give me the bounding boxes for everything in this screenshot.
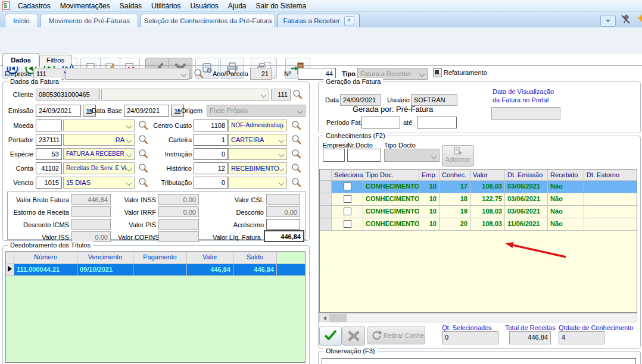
historico-search-icon[interactable]	[291, 163, 302, 174]
desdobramento-grid[interactable]: Número Vencimento Pagamento Valor Saldo …	[5, 251, 306, 363]
portal-date-field[interactable]	[491, 107, 560, 120]
data-base-field[interactable]: 24/09/2021	[124, 105, 169, 117]
portador-code-field[interactable]: 237111	[36, 134, 62, 146]
col-emp[interactable]: Emp.	[419, 170, 440, 181]
portador-combo[interactable]: RA	[63, 134, 135, 146]
tab-movimento-pre-faturas[interactable]: Movimento de Pré-Faturas	[40, 14, 138, 27]
row-checkbox[interactable]	[344, 220, 351, 228]
retirar-conhecimento-button[interactable]: Retirar Conhec	[367, 327, 425, 344]
unpin-icon[interactable]	[619, 14, 631, 27]
carteira-combo[interactable]: CARTEIRA	[228, 134, 287, 146]
qt-selecionados-field[interactable]: 0	[442, 331, 498, 344]
cliente-combo[interactable]	[101, 89, 269, 101]
tributacao-combo[interactable]	[228, 177, 287, 189]
historico-combo[interactable]: RECEBIMENTO	[228, 162, 287, 174]
centro-custo-code-field[interactable]: 1108	[194, 120, 228, 131]
col-conhec[interactable]: Conhec.	[440, 170, 470, 181]
tab-selecao-conhecimentos[interactable]: Seleção de Conhecimentos da Pré-Fatura	[141, 14, 275, 27]
valor-irrf-field[interactable]: 0,00	[158, 206, 199, 217]
cliente-search-icon[interactable]	[292, 89, 303, 100]
centro-custo-search-icon[interactable]	[291, 120, 302, 131]
tributacao-code-field[interactable]: 0	[194, 177, 228, 189]
refaturamento-checkbox[interactable]	[433, 68, 442, 77]
tipo-docto-combo[interactable]	[384, 149, 440, 162]
table-row[interactable]: 111.000044.21 09/10/2021 446,84 446,84	[6, 264, 305, 276]
menu-item-usuarios[interactable]: Usuários	[185, 1, 223, 11]
carteira-search-icon[interactable]	[291, 134, 302, 145]
conta-search-icon[interactable]	[138, 163, 149, 174]
col-selecionar[interactable]: Selecionar	[332, 170, 363, 181]
valor-pis-field[interactable]	[158, 219, 199, 230]
valor-inss-field[interactable]: 0,00	[158, 194, 199, 205]
valor-cofins-field[interactable]	[158, 231, 199, 242]
cliente-code-field[interactable]: 111	[271, 89, 291, 101]
instrucao-search-icon[interactable]	[291, 149, 302, 159]
acrescimo-field[interactable]	[266, 219, 300, 230]
especie-combo[interactable]: FATURA A RECEBER	[63, 148, 135, 160]
valor-csl-field[interactable]	[266, 194, 300, 205]
vencto-code-field[interactable]: 1015	[36, 177, 62, 189]
vencto-search-icon[interactable]	[138, 177, 149, 188]
periodo-ate-field[interactable]	[417, 117, 457, 128]
menu-item-ajuda[interactable]: Ajuda	[223, 1, 251, 11]
ano-parcela-field[interactable]: 21	[250, 68, 272, 80]
col-valor[interactable]: Valor	[470, 170, 505, 181]
row-checkbox[interactable]	[344, 208, 351, 215]
table-row[interactable]: CONHECIMENTO 10 17 108,03 03/06/2021 Não	[320, 181, 637, 193]
empresa-search-icon[interactable]	[194, 68, 204, 79]
valor-bruto-field[interactable]: 446,84	[71, 194, 111, 205]
conhecimentos-grid[interactable]: Selecionar Tipo Doc. Emp. Conhec. Valor …	[319, 169, 637, 313]
tab-dados[interactable]: Dados	[2, 54, 39, 67]
tributacao-search-icon[interactable]	[291, 177, 302, 188]
tab-filtros[interactable]: Filtros	[39, 55, 71, 66]
observacao-field[interactable]	[322, 358, 636, 364]
periodo-de-field[interactable]	[361, 117, 400, 128]
row-checkbox[interactable]	[344, 195, 351, 203]
col-saldo[interactable]: Saldo	[233, 252, 277, 264]
centro-custo-combo[interactable]: NOF-Administrativo	[228, 120, 287, 131]
scrollbar-thumb[interactable]	[330, 314, 347, 322]
nr-docto-field[interactable]	[347, 149, 381, 162]
historico-code-field[interactable]: 12	[194, 162, 228, 174]
conta-combo[interactable]: Receitas De Serv. E Vi	[63, 162, 135, 174]
menu-item-cadastros[interactable]: Cadastros	[13, 1, 55, 11]
col-vencimento[interactable]: Vencimento	[77, 252, 133, 264]
instrucao-combo[interactable]	[228, 148, 287, 160]
carteira-code-field[interactable]: 1	[194, 134, 228, 146]
origem-combo[interactable]: Frete Próprio	[207, 105, 306, 117]
desconto-field[interactable]: 0,00	[266, 206, 300, 217]
cancel-selection-button[interactable]	[342, 327, 365, 346]
col-tipo-doc[interactable]: Tipo Doc.	[363, 170, 419, 181]
row-checkbox[interactable]	[344, 183, 351, 190]
confirm-selection-button[interactable]	[319, 327, 342, 346]
col-valor[interactable]: Valor	[187, 252, 233, 264]
cliente-field[interactable]: 08053031000465	[36, 89, 100, 101]
tab-list-dropdown-button[interactable]	[600, 15, 616, 27]
close-tab-icon[interactable]: ✕	[344, 16, 354, 26]
desconto-icms-field[interactable]	[71, 219, 111, 230]
adicionar-button[interactable]: Adicionar	[442, 145, 474, 167]
moeda-search-icon[interactable]	[138, 120, 149, 131]
col-dt-estorno[interactable]: Dt. Estorno	[584, 170, 637, 181]
menu-item-sair-do-sistema[interactable]: Sair do Sistema	[251, 1, 311, 11]
especie-code-field[interactable]: 53	[36, 148, 62, 160]
moeda-combo[interactable]	[63, 120, 135, 131]
col-recebido[interactable]: Recebido	[548, 170, 584, 181]
menu-item-saidas[interactable]: Saídas	[115, 1, 147, 11]
emissao-field[interactable]: 24/09/2021	[36, 105, 81, 117]
moeda-code-field[interactable]	[36, 120, 62, 131]
estorno-field[interactable]	[71, 206, 111, 217]
portador-search-icon[interactable]	[138, 134, 149, 145]
menu-item-movimentacoes[interactable]: Movimentações	[55, 1, 115, 11]
valor-liq-field[interactable]: 446,84	[264, 230, 304, 242]
horizontal-scrollbar[interactable]	[319, 313, 637, 322]
especie-search-icon[interactable]	[138, 149, 149, 159]
col-pagamento[interactable]: Pagamento	[133, 252, 187, 264]
col-numero[interactable]: Número	[14, 252, 77, 264]
tab-inicio[interactable]: Início	[5, 14, 38, 27]
conta-code-field[interactable]: 41102	[36, 162, 62, 174]
total-receitas-field[interactable]: 446,84	[509, 331, 551, 344]
table-row[interactable]: CONHECIMENTO 10 19 108,03 03/06/2021 Não	[320, 206, 637, 218]
scroll-left-button[interactable]	[320, 314, 330, 322]
conhec-empresa-field[interactable]	[323, 149, 345, 162]
